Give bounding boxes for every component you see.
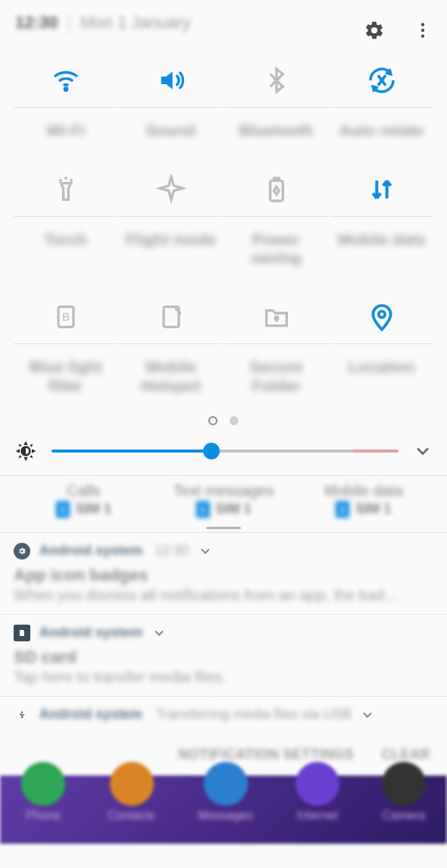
notification-item[interactable]: Android system 12:30 App icon badges Whe…: [0, 532, 447, 614]
airplane-icon: [119, 162, 223, 217]
qs-label: Bluetooth: [239, 108, 314, 139]
svg-point-3: [64, 88, 67, 90]
auto-brightness-icon[interactable]: [14, 439, 38, 463]
qs-label: Sound: [146, 108, 195, 139]
qs-label: Mobile data: [338, 217, 426, 249]
sim-badge: 1: [196, 501, 210, 518]
page-dot-active: [208, 416, 217, 425]
qs-tile-bluetooth[interactable]: Bluetooth: [224, 53, 328, 139]
clear-button[interactable]: CLEAR: [382, 747, 431, 763]
chevron-down-icon[interactable]: [152, 625, 167, 641]
qs-tile-bluelight[interactable]: B Blue light filter: [14, 290, 117, 394]
dock-internet[interactable]: Internet: [295, 777, 339, 823]
qs-label: Auto rotate: [339, 108, 424, 139]
sim-badge: 1: [56, 501, 70, 518]
qs-label: Location: [349, 344, 415, 376]
mobile-data-icon: [330, 162, 433, 217]
qs-tile-sound[interactable]: Sound: [119, 53, 223, 139]
brightness-row: [0, 425, 447, 475]
location-icon: [330, 290, 433, 344]
notification-item[interactable]: Android system Transferring media files …: [0, 696, 447, 733]
svg-point-9: [275, 317, 277, 319]
status-date: Mon 1 January: [80, 13, 191, 33]
sim-value: SIM 1: [216, 501, 252, 517]
qs-tile-wifi[interactable]: Wi-Fi: [14, 53, 117, 139]
notif-app-name: Android system: [39, 625, 142, 641]
qs-tile-flight[interactable]: Flight mode: [119, 162, 223, 267]
sim-col-calls[interactable]: Calls 1SIM 1: [14, 482, 154, 518]
sim-col-texts[interactable]: Text messages 1SIM 1: [154, 482, 294, 518]
qs-label: Torch: [44, 217, 87, 249]
qs-label: Flight mode: [126, 217, 216, 249]
notif-app-name: Android system: [39, 543, 142, 559]
qs-label: Mobile Hotspot: [126, 344, 217, 394]
auto-rotate-icon: [330, 53, 433, 108]
hotspot-icon: [119, 290, 223, 344]
notif-time: 12:30: [155, 543, 189, 559]
quick-settings-grid: Wi-Fi Sound Bluetooth Auto rotate Torch …: [0, 45, 447, 395]
blue-light-icon: B: [14, 290, 117, 344]
svg-point-1: [421, 29, 424, 32]
notif-title: App icon badges: [14, 566, 433, 585]
svg-rect-5: [274, 178, 279, 180]
qs-tile-secure[interactable]: Secure Folder: [224, 290, 328, 394]
status-time: 12:30: [15, 13, 58, 33]
qs-label: Wi-Fi: [46, 108, 85, 139]
dock-messages[interactable]: Messages: [198, 777, 253, 823]
torch-icon: [14, 162, 117, 217]
sim-col-data[interactable]: Mobile data 1SIM 1: [293, 482, 433, 518]
notif-text: Tap here to transfer media files.: [14, 669, 433, 686]
sim-title: Calls: [14, 482, 154, 500]
svg-text:B: B: [61, 310, 69, 323]
bluetooth-icon: [224, 53, 328, 108]
gear-icon: [14, 543, 30, 559]
notif-title: SD card: [14, 647, 433, 667]
sound-icon: [119, 53, 223, 108]
svg-point-0: [421, 23, 424, 26]
page-dot[interactable]: [230, 416, 239, 425]
sim-value: SIM 1: [76, 501, 111, 517]
dock-phone[interactable]: Phone: [21, 777, 65, 823]
sim-title: Text messages: [154, 482, 294, 500]
qs-tile-hotspot[interactable]: Mobile Hotspot: [119, 290, 223, 394]
chevron-down-icon[interactable]: [360, 707, 375, 722]
qs-label: Blue light filter: [20, 344, 111, 394]
notif-inline-text: Transferring media files via USB: [156, 707, 351, 722]
qs-label: Power saving: [231, 217, 322, 267]
qs-label: Secure Folder: [231, 344, 322, 394]
notif-app-name: Android system: [39, 707, 142, 722]
notification-item[interactable]: Android system SD card Tap here to trans…: [0, 614, 447, 696]
drag-handle[interactable]: [0, 527, 447, 529]
settings-icon[interactable]: [361, 17, 387, 43]
brightness-slider[interactable]: [52, 442, 399, 460]
usb-icon: [14, 707, 30, 723]
svg-rect-4: [270, 180, 283, 201]
chevron-down-icon[interactable]: [198, 544, 213, 559]
battery-icon: [224, 162, 328, 217]
slider-thumb[interactable]: [203, 443, 220, 459]
svg-point-10: [378, 311, 384, 317]
sim-badge: 1: [336, 501, 349, 518]
notif-text: When you dismiss all notifications from …: [14, 587, 433, 604]
page-indicator: [0, 416, 447, 425]
sim-value: SIM 1: [355, 501, 391, 517]
qs-tile-torch[interactable]: Torch: [14, 162, 117, 267]
dock-camera[interactable]: Camera: [382, 777, 426, 823]
home-dock: Phone Contacts Messages Internet Camera: [0, 776, 447, 844]
notification-settings-button[interactable]: NOTIFICATION SETTINGS: [178, 747, 354, 763]
svg-point-2: [421, 34, 424, 37]
secure-folder-icon: [224, 290, 328, 344]
qs-tile-mobiledata[interactable]: Mobile data: [330, 162, 433, 267]
chevron-down-icon[interactable]: [412, 440, 433, 462]
dock-contacts[interactable]: Contacts: [108, 777, 155, 823]
qs-tile-autorotate[interactable]: Auto rotate: [330, 53, 433, 139]
sim-panel[interactable]: Calls 1SIM 1 Text messages 1SIM 1 Mobile…: [0, 476, 447, 521]
overflow-menu-icon[interactable]: [410, 17, 436, 43]
sd-card-icon: [14, 625, 30, 641]
wifi-icon: [14, 53, 117, 108]
qs-tile-power[interactable]: Power saving: [224, 162, 328, 267]
sim-title: Mobile data: [293, 482, 433, 500]
qs-tile-location[interactable]: Location: [330, 290, 433, 394]
